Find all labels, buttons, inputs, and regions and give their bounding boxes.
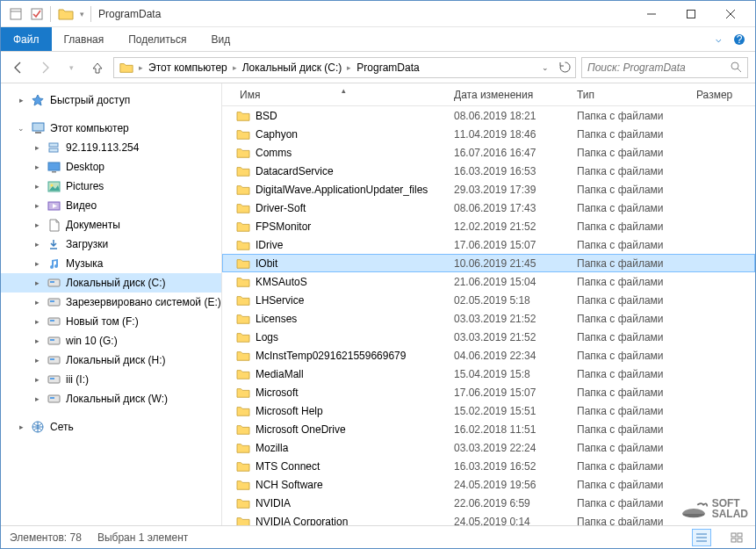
file-row[interactable]: MTS Connect 16.03.2019 16:52 Папка с фай… <box>222 457 755 475</box>
column-type[interactable]: Тип <box>577 89 696 101</box>
file-row[interactable]: Mozilla 03.03.2019 22:24 Папка с файлами <box>222 438 755 457</box>
chevron-right-icon[interactable]: ▸ <box>17 423 25 431</box>
up-button[interactable] <box>87 57 108 78</box>
tab-share[interactable]: Поделиться <box>116 27 198 51</box>
sidebar-quick-access[interactable]: ▸ Быстрый доступ <box>1 90 221 110</box>
chevron-right-icon[interactable]: ▸ <box>32 182 41 191</box>
sidebar-item[interactable]: ▸ Музыка <box>1 254 221 273</box>
file-row[interactable]: LHService 02.05.2019 5:18 Папка с файлам… <box>222 291 755 309</box>
chevron-right-icon[interactable]: ▸ <box>32 259 41 268</box>
file-row[interactable]: Microsoft 17.06.2019 15:07 Папка с файла… <box>222 383 755 401</box>
breadcrumb-seg[interactable]: Локальный диск (C:) <box>239 61 346 74</box>
recent-dropdown[interactable]: ▾ <box>61 57 82 78</box>
view-details-button[interactable] <box>692 529 711 546</box>
view-large-icons-button[interactable] <box>727 529 746 546</box>
sidebar-network-location[interactable]: ▸ 92.119.113.254 <box>1 138 221 157</box>
sidebar-network[interactable]: ▸ Сеть <box>1 417 221 437</box>
chevron-right-icon[interactable]: ▸ <box>32 201 41 210</box>
chevron-right-icon[interactable]: ▸ <box>32 143 41 152</box>
chevron-right-icon[interactable]: ▸ <box>32 220 41 229</box>
sidebar-item[interactable]: ▸ Загрузки <box>1 235 221 254</box>
chevron-right-icon[interactable]: ▸ <box>32 317 41 326</box>
file-row[interactable]: Comms 16.07.2016 16:47 Папка с файлами <box>222 143 755 162</box>
sidebar-drive[interactable]: ▸ win 10 (G:) <box>1 331 221 350</box>
tab-view[interactable]: Вид <box>198 27 242 51</box>
file-row[interactable]: DigitalWave.ApplicationUpdater_files 29.… <box>222 180 755 199</box>
file-type: Папка с файлами <box>577 386 696 399</box>
file-row[interactable]: Logs 03.03.2019 21:52 Папка с файлами <box>222 328 755 346</box>
tab-home[interactable]: Главная <box>52 27 117 51</box>
chevron-down-icon[interactable]: ▾ <box>77 10 87 18</box>
sidebar-drive[interactable]: ▸ Локальный диск (H:) <box>1 350 221 370</box>
properties-checkbox[interactable] <box>27 4 47 24</box>
help-icon[interactable]: ? <box>729 27 750 51</box>
sidebar-drive[interactable]: ▸ Новый том (F:) <box>1 312 221 331</box>
chevron-right-icon[interactable]: ▸ <box>32 163 41 171</box>
file-row[interactable]: DatacardService 16.03.2019 16:53 Папка с… <box>222 162 755 180</box>
file-row[interactable]: McInstTemp0291621559669679 04.06.2019 22… <box>222 346 755 365</box>
sidebar-drive[interactable]: ▸ iii (I:) <box>1 370 221 389</box>
file-row[interactable]: IDrive 17.06.2019 15:07 Папка с файлами <box>222 235 755 254</box>
folder-icon <box>47 237 61 251</box>
file-row[interactable]: IObit 10.06.2019 21:45 Папка с файлами <box>222 254 755 272</box>
chevron-right-icon[interactable]: ▸ <box>32 375 41 384</box>
file-row[interactable]: NVIDIA 22.06.2019 6:59 Папка с файлами <box>222 494 755 512</box>
search-input[interactable] <box>587 61 731 74</box>
chevron-right-icon[interactable]: ▸ <box>233 63 237 72</box>
column-date[interactable]: Дата изменения <box>454 89 577 101</box>
file-row[interactable]: BSD 08.06.2019 18:21 Папка с файлами <box>222 106 755 125</box>
sidebar-label: Новый том (F:) <box>66 315 139 328</box>
svg-rect-0 <box>11 9 21 19</box>
back-button[interactable] <box>8 57 29 78</box>
chevron-right-icon[interactable]: ▸ <box>32 240 41 249</box>
sidebar-local-disk-c[interactable]: ▸ Локальный диск (C:) <box>1 273 221 293</box>
tab-file[interactable]: Файл <box>1 27 52 51</box>
address-bar[interactable]: ▸ Этот компьютер ▸ Локальный диск (C:) ▸… <box>113 57 576 78</box>
file-row[interactable]: Driver-Soft 08.06.2019 17:43 Папка с фай… <box>222 199 755 217</box>
file-row[interactable]: MediaMall 15.04.2019 15:8 Папка с файлам… <box>222 365 755 383</box>
nav-icon[interactable] <box>6 4 25 24</box>
sidebar-item[interactable]: ▸ Видео <box>1 196 221 215</box>
column-size[interactable]: Размер <box>696 89 755 101</box>
file-row[interactable]: Microsoft Help 15.02.2019 15:51 Папка с … <box>222 401 755 420</box>
file-row[interactable]: Caphyon 11.04.2019 18:46 Папка с файлами <box>222 125 755 143</box>
maximize-button[interactable] <box>671 2 710 26</box>
forward-button[interactable] <box>34 57 55 78</box>
column-headers[interactable]: Имя▴ Дата изменения Тип Размер <box>222 83 755 106</box>
refresh-button[interactable] <box>556 58 573 77</box>
file-row[interactable]: FPSMonitor 12.02.2019 21:52 Папка с файл… <box>222 217 755 235</box>
sidebar-item[interactable]: ▸ Pictures <box>1 177 221 196</box>
chevron-right-icon[interactable]: ▸ <box>32 298 41 307</box>
sidebar-this-pc[interactable]: ⌄ Этот компьютер <box>1 119 221 138</box>
file-list[interactable]: BSD 08.06.2019 18:21 Папка с файлами Cap… <box>222 106 755 525</box>
chevron-right-icon[interactable]: ▸ <box>32 356 41 365</box>
search-icon[interactable] <box>731 61 742 73</box>
ribbon-expand-icon[interactable]: ⌵ <box>708 27 729 51</box>
chevron-right-icon[interactable]: ▸ <box>139 63 143 72</box>
sidebar-drive[interactable]: ▸ Зарезервировано системой (E:) <box>1 293 221 312</box>
chevron-right-icon[interactable]: ▸ <box>32 336 41 345</box>
search-box[interactable] <box>581 57 748 78</box>
file-row[interactable]: KMSAutoS 21.06.2019 15:04 Папка с файлам… <box>222 272 755 291</box>
file-date: 15.04.2019 15:8 <box>454 368 577 380</box>
sidebar-item[interactable]: ▸ Desktop <box>1 157 221 177</box>
sidebar-drive[interactable]: ▸ Локальный диск (W:) <box>1 389 221 408</box>
file-row[interactable]: Microsoft OneDrive 16.02.2018 11:51 Папк… <box>222 420 755 438</box>
address-dropdown[interactable]: ⌄ <box>536 58 554 77</box>
file-name: MTS Connect <box>256 460 320 473</box>
file-row[interactable]: NVIDIA Corporation 24.05.2019 0:14 Папка… <box>222 512 755 525</box>
chevron-right-icon[interactable]: ▸ <box>32 394 41 403</box>
breadcrumb-seg[interactable]: Этот компьютер <box>145 61 231 74</box>
chevron-right-icon[interactable]: ▸ <box>17 96 25 105</box>
sidebar-item[interactable]: ▸ Документы <box>1 215 221 235</box>
file-row[interactable]: NCH Software 24.05.2019 19:56 Папка с фа… <box>222 475 755 494</box>
minimize-button[interactable] <box>631 2 671 26</box>
file-row[interactable]: Licenses 03.03.2019 21:52 Папка с файлам… <box>222 309 755 328</box>
network-icon <box>31 420 45 434</box>
breadcrumb-seg[interactable]: ProgramData <box>353 61 422 74</box>
chevron-down-icon[interactable]: ⌄ <box>17 124 25 133</box>
chevron-right-icon[interactable]: ▸ <box>32 278 41 287</box>
column-name[interactable]: Имя▴ <box>236 89 454 101</box>
close-button[interactable] <box>710 2 750 26</box>
chevron-right-icon[interactable]: ▸ <box>347 63 351 72</box>
